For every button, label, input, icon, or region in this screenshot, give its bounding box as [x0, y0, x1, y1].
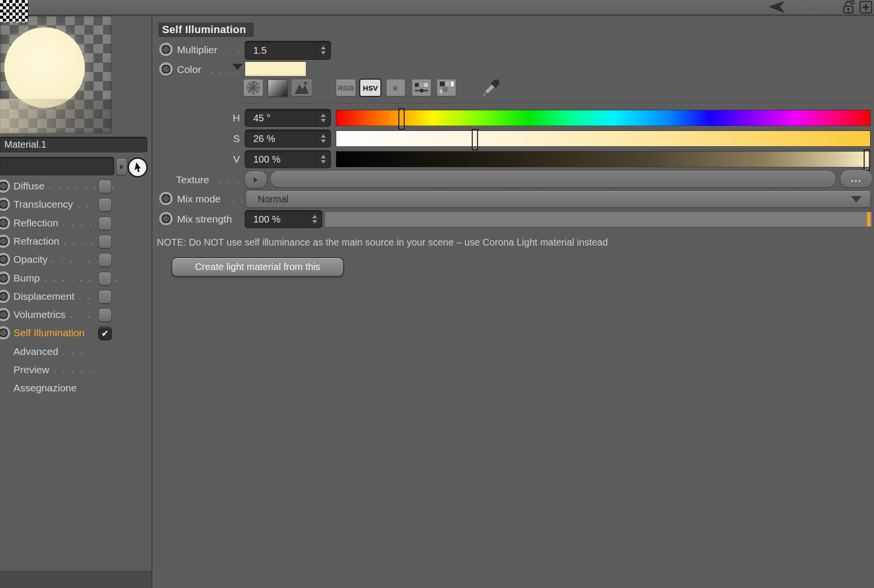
channel-dot-leader: . .	[79, 291, 92, 302]
channel-row[interactable]: Diffuse . . . . . . . .	[0, 177, 152, 195]
value-slider[interactable]	[336, 151, 871, 167]
channel-checkbox[interactable]	[98, 253, 112, 267]
channel-radio[interactable]	[0, 179, 10, 193]
mix-strength-input[interactable]: 100 %	[245, 210, 322, 228]
saturation-slider[interactable]	[336, 130, 871, 147]
checker-pattern-swatch[interactable]	[0, 0, 28, 23]
channel-label: Volumetrics	[13, 309, 66, 320]
create-light-material-button[interactable]: Create light material from this	[171, 257, 344, 277]
channel-checkbox[interactable]: ✔	[98, 327, 112, 340]
channel-radio[interactable]	[0, 253, 10, 266]
channel-checkbox[interactable]	[98, 272, 112, 285]
play-arrow-icon	[254, 177, 258, 182]
up-arrow-ghost-icon[interactable]	[816, 0, 838, 14]
mix-strength-slider-handle[interactable]	[867, 212, 871, 226]
value-slider-handle[interactable]	[864, 150, 870, 171]
mix-mode-radio[interactable]	[159, 192, 173, 205]
channel-row[interactable]: Advanced . . .	[0, 342, 152, 361]
channel-radio[interactable]	[0, 216, 10, 230]
hue-input[interactable]: 45 °	[245, 109, 331, 127]
image-picker-icon[interactable]	[292, 80, 312, 96]
mix-strength-radio[interactable]	[159, 212, 173, 225]
channel-row[interactable]: Preview . . . . .	[0, 361, 152, 379]
mix-mode-dropdown[interactable]: Normal	[246, 190, 871, 208]
field-expand-button[interactable]	[116, 158, 127, 175]
value-label: V	[233, 153, 240, 165]
channel-checkbox[interactable]	[98, 290, 112, 304]
channel-radio[interactable]	[0, 235, 10, 248]
material-editor-window: Material.1 Diffuse . . . . . . . . Trans…	[0, 0, 874, 588]
channel-checkbox[interactable]	[98, 217, 112, 230]
panel-divider[interactable]	[152, 16, 153, 588]
color-wheel-icon[interactable]	[244, 80, 263, 96]
mixer-sliders-icon[interactable]	[412, 80, 431, 96]
saturation-slider-handle[interactable]	[472, 129, 478, 150]
channel-dot-leader: . . . . .	[62, 218, 103, 228]
channel-checkbox[interactable]	[98, 308, 112, 322]
channel-row[interactable]: Self Illumination ✔	[0, 324, 152, 342]
section-title: Self Illumination	[162, 24, 246, 36]
channel-checkbox[interactable]	[98, 198, 112, 212]
material-preview[interactable]	[0, 16, 112, 133]
channel-row[interactable]: Refraction . . . . .	[0, 232, 152, 250]
channel-label: Self Illumination	[13, 327, 84, 339]
add-new-icon[interactable]	[859, 0, 873, 14]
texture-path-field[interactable]	[270, 170, 836, 188]
kelvin-mode-button[interactable]: K	[387, 80, 405, 96]
channel-radio[interactable]	[0, 290, 10, 303]
play-arrow-icon	[120, 165, 123, 169]
color-expand-arrow-icon[interactable]	[232, 64, 243, 70]
hue-slider-handle[interactable]	[398, 108, 404, 129]
sidebar-footer	[0, 571, 152, 588]
multiplier-stepper[interactable]	[316, 41, 331, 59]
channel-search-field[interactable]	[0, 157, 114, 176]
mix-strength-value: 100 %	[245, 214, 307, 225]
pick-cursor-icon[interactable]	[128, 157, 148, 177]
channel-label: Advanced	[13, 346, 58, 357]
saturation-input[interactable]: 26 %	[245, 129, 331, 148]
multiplier-input[interactable]: 1.5	[245, 41, 331, 60]
swatch-grid-icon[interactable]	[437, 80, 456, 96]
channel-row[interactable]: Translucency . .	[0, 195, 152, 213]
hue-slider[interactable]	[336, 110, 871, 126]
hue-stepper[interactable]	[316, 109, 331, 127]
mix-strength-label: Mix strength	[177, 213, 232, 225]
channel-radio[interactable]	[0, 198, 10, 211]
texture-label: Texture	[176, 174, 209, 186]
channel-checkbox[interactable]	[98, 180, 112, 193]
saturation-value: 26 %	[245, 133, 316, 144]
multiplier-radio[interactable]	[159, 43, 173, 56]
material-name-field[interactable]: Material.1	[0, 137, 147, 153]
channel-row[interactable]: Displacement . .	[0, 287, 152, 306]
channel-label: Bump	[13, 272, 40, 284]
channel-radio[interactable]	[0, 326, 10, 340]
value-stepper[interactable]	[316, 151, 331, 168]
channel-row[interactable]: Bump . . . . . . . . .	[0, 269, 152, 287]
channel-row[interactable]: Volumetrics . . . .	[0, 306, 152, 324]
saturation-stepper[interactable]	[316, 130, 331, 147]
forward-arrow-ghost-icon[interactable]	[790, 0, 815, 14]
hsv-mode-button[interactable]: HSV	[360, 80, 380, 96]
channel-label: Displacement	[13, 291, 74, 302]
channel-label: Translucency	[13, 199, 73, 210]
texture-expand-button[interactable]	[244, 171, 267, 188]
color-radio[interactable]	[159, 62, 173, 76]
texture-browse-button[interactable]: ...	[840, 170, 873, 188]
mix-strength-slider[interactable]	[324, 211, 873, 227]
gradient-box-icon[interactable]	[268, 80, 288, 97]
value-input[interactable]: 100 %	[245, 150, 331, 168]
channel-checkbox[interactable]	[98, 235, 112, 248]
channel-label: Opacity	[13, 254, 47, 265]
color-swatch[interactable]	[245, 61, 307, 77]
rgb-mode-button[interactable]: RGB	[336, 80, 355, 96]
channel-row[interactable]: Reflection . . . . .	[0, 214, 152, 232]
eyedropper-icon[interactable]	[477, 77, 505, 98]
lock-icon[interactable]	[842, 0, 855, 14]
channel-radio[interactable]	[0, 308, 10, 321]
mix-strength-stepper[interactable]	[307, 211, 322, 228]
channel-row[interactable]: Assegnazione	[0, 379, 152, 397]
channel-row[interactable]: Opacity . . . . . . .	[0, 250, 152, 269]
back-arrow-icon[interactable]	[767, 0, 786, 13]
value-value: 100 %	[245, 154, 316, 165]
channel-radio[interactable]	[0, 271, 10, 285]
